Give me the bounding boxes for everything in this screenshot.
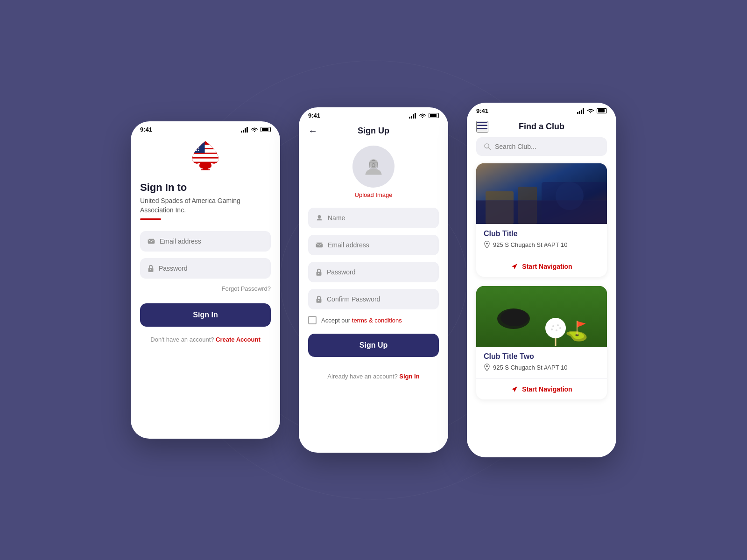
battery-icon-2 bbox=[429, 113, 439, 118]
avatar-circle bbox=[352, 146, 395, 188]
svg-rect-49 bbox=[542, 182, 607, 224]
svg-point-58 bbox=[556, 329, 557, 331]
svg-rect-47 bbox=[518, 187, 537, 224]
svg-rect-3 bbox=[241, 131, 242, 133]
email-icon bbox=[148, 238, 155, 244]
svg-rect-36 bbox=[579, 111, 580, 114]
club-info-1: Club Title 925 S Chugach St #APT 10 bbox=[476, 224, 607, 256]
svg-rect-35 bbox=[577, 112, 578, 114]
svg-rect-40 bbox=[477, 125, 487, 126]
app-logo: ★★★ ★★★ ★★★ bbox=[189, 140, 222, 172]
lock-icon-1 bbox=[148, 265, 154, 272]
svg-rect-6 bbox=[247, 127, 248, 133]
svg-text:★★★: ★★★ bbox=[194, 147, 200, 149]
status-time-1: 9:41 bbox=[140, 126, 152, 133]
svg-rect-51 bbox=[476, 286, 607, 347]
svg-point-54 bbox=[545, 318, 566, 338]
club-address-1: 925 S Chugach St #APT 10 bbox=[484, 241, 599, 248]
avatar-icon bbox=[362, 155, 385, 178]
password-input-2[interactable] bbox=[327, 268, 431, 276]
email-input-2[interactable] bbox=[328, 241, 431, 249]
svg-rect-38 bbox=[583, 108, 584, 114]
person-icon bbox=[316, 214, 323, 222]
club-card-1: Club Title 925 S Chugach St #APT 10 Star… bbox=[476, 163, 607, 277]
svg-rect-30 bbox=[316, 243, 323, 248]
club-title-1: Club Title bbox=[484, 230, 599, 238]
search-icon bbox=[484, 143, 491, 150]
signin-link[interactable]: Sign In bbox=[399, 373, 419, 380]
svg-text:★★★: ★★★ bbox=[194, 149, 200, 152]
terms-checkbox[interactable] bbox=[308, 316, 317, 324]
no-account-text: Don't have an account? Create Account bbox=[140, 336, 271, 343]
signup-button[interactable]: Sign Up bbox=[308, 334, 439, 357]
email-field-wrapper[interactable] bbox=[140, 231, 271, 252]
back-button[interactable]: ← bbox=[308, 126, 317, 136]
svg-rect-21 bbox=[409, 117, 410, 119]
club-address-2: 925 S Chugach St #APT 10 bbox=[484, 364, 599, 371]
golf-image-svg bbox=[476, 286, 607, 347]
menu-button[interactable] bbox=[476, 121, 488, 133]
svg-point-53 bbox=[500, 309, 529, 326]
wifi-icon-1 bbox=[251, 127, 258, 133]
signin-button[interactable]: Sign In bbox=[140, 303, 271, 327]
svg-rect-23 bbox=[413, 114, 414, 119]
nav-btn-1[interactable]: Start Navigation bbox=[476, 256, 607, 277]
status-bar-1: 9:41 bbox=[131, 121, 280, 135]
name-input[interactable] bbox=[328, 214, 431, 222]
signup-form: Accept our terms & conditions Sign Up Al… bbox=[299, 208, 448, 380]
name-field-wrapper[interactable] bbox=[308, 208, 439, 228]
status-icons-2 bbox=[409, 113, 439, 119]
forgot-password-text[interactable]: Forgot Passowrd? bbox=[140, 285, 271, 292]
search-bar[interactable] bbox=[476, 137, 607, 156]
bar-image-svg bbox=[476, 163, 607, 224]
svg-point-32 bbox=[318, 273, 319, 274]
signin-underline bbox=[140, 218, 161, 220]
svg-point-56 bbox=[557, 324, 559, 326]
terms-link[interactable]: terms & conditions bbox=[352, 317, 402, 324]
svg-point-57 bbox=[559, 327, 561, 329]
club-address-text-1: 925 S Chugach St #APT 10 bbox=[493, 241, 567, 248]
signin-org: United Spades of America Gaming Associat… bbox=[140, 196, 271, 215]
svg-rect-4 bbox=[243, 130, 244, 133]
search-input[interactable] bbox=[495, 143, 599, 150]
svg-point-34 bbox=[318, 300, 319, 301]
phones-container: 9:41 bbox=[131, 103, 616, 457]
svg-rect-11 bbox=[192, 159, 218, 162]
create-account-link[interactable]: Create Account bbox=[216, 336, 261, 343]
password-input[interactable] bbox=[159, 265, 263, 272]
findclub-title: Find a Club bbox=[519, 122, 564, 132]
email-input[interactable] bbox=[160, 238, 263, 245]
svg-point-61 bbox=[486, 365, 488, 367]
hamburger-icon bbox=[477, 122, 487, 129]
password-field-wrapper-2[interactable] bbox=[308, 262, 439, 282]
confirm-password-wrapper[interactable] bbox=[308, 289, 439, 309]
navigation-icon-1 bbox=[511, 263, 518, 270]
password-field-wrapper[interactable] bbox=[140, 258, 271, 279]
signup-phone: 9:41 ← Sign Up bbox=[299, 107, 448, 453]
svg-rect-46 bbox=[486, 191, 514, 224]
wifi-icon-2 bbox=[419, 113, 426, 119]
avatar-upload-area[interactable]: Upload Image bbox=[299, 146, 448, 198]
terms-row: Accept our terms & conditions bbox=[308, 316, 439, 324]
wifi-icon-3 bbox=[587, 108, 594, 114]
confirm-password-input[interactable] bbox=[327, 295, 431, 303]
nav-btn-2[interactable]: Start Navigation bbox=[476, 378, 607, 399]
findclub-phone: 9:41 bbox=[467, 103, 616, 457]
signin-content: Sign In to United Spades of America Gami… bbox=[131, 182, 280, 352]
status-icons-3 bbox=[577, 108, 607, 114]
svg-rect-18 bbox=[148, 239, 155, 244]
status-time-2: 9:41 bbox=[308, 112, 320, 119]
club-address-text-2: 925 S Chugach St #APT 10 bbox=[493, 364, 567, 371]
upload-label[interactable]: Upload Image bbox=[355, 191, 393, 198]
status-icons-1 bbox=[241, 127, 271, 133]
signin-title: Sign In to bbox=[140, 182, 271, 194]
lock-icon-3 bbox=[316, 295, 322, 303]
club-card-2: Club Title Two 925 S Chugach St #APT 10 … bbox=[476, 286, 607, 399]
svg-rect-8 bbox=[192, 145, 218, 148]
svg-point-20 bbox=[150, 269, 151, 270]
email-field-wrapper-2[interactable] bbox=[308, 235, 439, 255]
status-bar-3: 9:41 bbox=[467, 103, 616, 116]
svg-rect-37 bbox=[581, 110, 582, 114]
battery-icon-3 bbox=[597, 108, 607, 113]
svg-rect-24 bbox=[415, 113, 416, 119]
